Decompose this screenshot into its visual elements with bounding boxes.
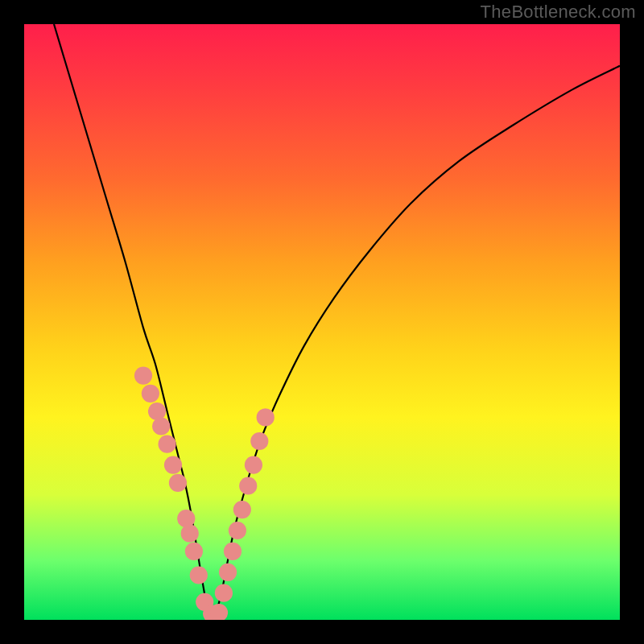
highlight-dot bbox=[224, 543, 242, 560]
bottleneck-curve bbox=[54, 24, 620, 617]
highlight-dot bbox=[164, 456, 182, 474]
highlight-dot bbox=[169, 474, 187, 492]
highlight-dot bbox=[181, 525, 199, 543]
highlight-dot bbox=[185, 543, 203, 560]
chart-container: TheBottleneck.com bbox=[0, 0, 644, 644]
highlight-dot bbox=[177, 510, 195, 527]
highlight-dot bbox=[257, 408, 275, 426]
highlight-dot bbox=[245, 456, 262, 474]
highlight-dot bbox=[239, 477, 257, 494]
watermark-text: TheBottleneck.com bbox=[481, 2, 636, 23]
highlight-dot bbox=[233, 501, 251, 518]
highlight-dot bbox=[190, 566, 208, 584]
highlight-dot bbox=[152, 417, 170, 435]
highlight-dot bbox=[159, 436, 176, 453]
highlight-dot bbox=[134, 367, 152, 385]
highlight-dot bbox=[219, 564, 237, 581]
highlight-dot bbox=[250, 432, 268, 450]
plot-area bbox=[24, 24, 620, 620]
highlight-dot bbox=[229, 522, 246, 539]
highlight-dot bbox=[142, 385, 159, 402]
highlight-dots-group bbox=[134, 367, 275, 621]
plot-svg bbox=[24, 24, 620, 620]
highlight-dot bbox=[215, 584, 233, 602]
